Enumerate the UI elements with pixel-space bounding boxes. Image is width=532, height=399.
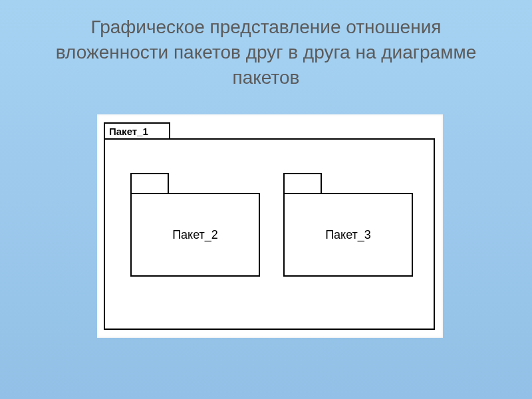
uml-package-outer-label: Пакет_1 (109, 126, 148, 137)
uml-package-inner-3: Пакет_3 (283, 173, 413, 277)
uml-package-outer-body: Пакет_2 Пакет_3 (104, 138, 435, 330)
slide: Графическое представление отношения влож… (0, 0, 532, 399)
uml-package-inner-3-tab (283, 173, 322, 194)
uml-package-inner-3-body: Пакет_3 (283, 193, 413, 277)
uml-package-inner-2: Пакет_2 (130, 173, 260, 277)
diagram-panel: Пакет_2 Пакет_3 Пакет_1 (97, 114, 443, 338)
uml-package-outer: Пакет_2 Пакет_3 Пакет_1 (104, 122, 435, 330)
uml-package-inner-2-tab (130, 173, 169, 194)
uml-package-inner-3-label: Пакет_3 (325, 228, 371, 242)
uml-package-inner-2-label: Пакет_2 (172, 228, 218, 242)
uml-package-inner-2-body: Пакет_2 (130, 193, 260, 277)
uml-package-outer-tab: Пакет_1 (104, 122, 170, 140)
slide-title: Графическое представление отношения влож… (40, 15, 492, 90)
